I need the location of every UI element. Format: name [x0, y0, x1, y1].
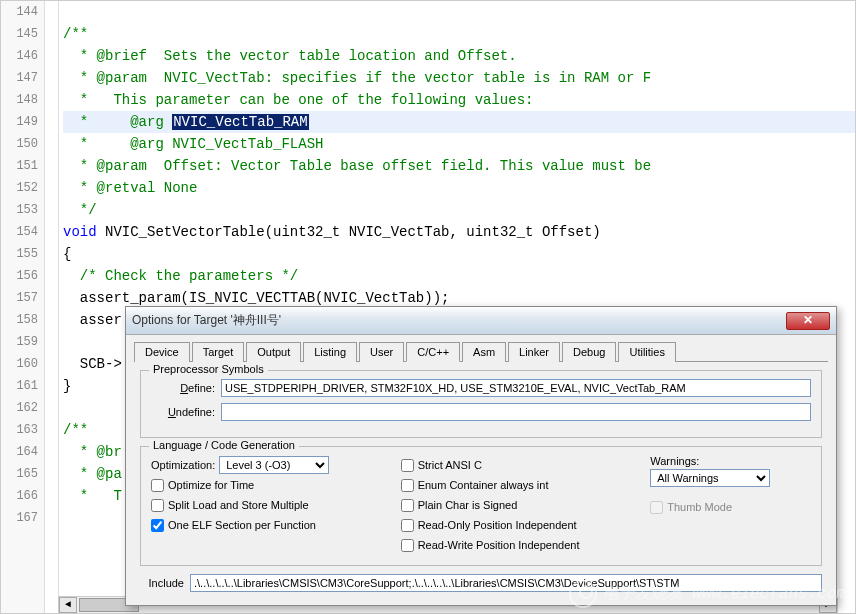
split-load-label: Split Load and Store Multiple: [168, 499, 309, 511]
define-label: Define:: [151, 382, 221, 394]
warnings-select[interactable]: All Warnings: [650, 469, 770, 487]
dialog-title: Options for Target '神舟III号': [132, 312, 786, 329]
tab-cc[interactable]: C/C++: [406, 342, 460, 362]
scroll-left-button[interactable]: ◄: [59, 597, 77, 613]
plain-char-label: Plain Char is Signed: [418, 499, 518, 511]
thumb-mode-label: Thumb Mode: [667, 501, 732, 513]
group-title: Preprocessor Symbols: [149, 363, 268, 375]
close-button[interactable]: ✕: [786, 312, 830, 330]
define-input[interactable]: [221, 379, 811, 397]
warnings-label: Warnings:: [650, 455, 811, 467]
optimize-time-checkbox[interactable]: [151, 479, 164, 492]
optimization-select[interactable]: Level 3 (-O3): [219, 456, 329, 474]
language-group: Language / Code Generation Optimization:…: [140, 446, 822, 566]
optimization-label: Optimization:: [151, 459, 215, 471]
tab-listing[interactable]: Listing: [303, 342, 357, 362]
one-elf-label: One ELF Section per Function: [168, 519, 316, 531]
enum-int-checkbox[interactable]: [401, 479, 414, 492]
tab-debug[interactable]: Debug: [562, 342, 616, 362]
plain-char-checkbox[interactable]: [401, 499, 414, 512]
undefine-input[interactable]: [221, 403, 811, 421]
tab-output[interactable]: Output: [246, 342, 301, 362]
tab-panel-ccpp: Preprocessor Symbols Define: Undefine: L…: [126, 362, 836, 606]
line-number-gutter: 1441451461471481491501511521531541551561…: [1, 1, 45, 613]
tab-utilities[interactable]: Utilities: [618, 342, 675, 362]
fold-bar: [45, 1, 59, 613]
enum-int-label: Enum Container always int: [418, 479, 549, 491]
strict-ansi-checkbox[interactable]: [401, 459, 414, 472]
group-title: Language / Code Generation: [149, 439, 299, 451]
preprocessor-group: Preprocessor Symbols Define: Undefine:: [140, 370, 822, 438]
rw-pi-label: Read-Write Position Independent: [418, 539, 580, 551]
tab-user[interactable]: User: [359, 342, 404, 362]
ro-pi-label: Read-Only Position Independent: [418, 519, 577, 531]
optimize-time-label: Optimize for Time: [168, 479, 254, 491]
undefine-label: Undefine:: [151, 406, 221, 418]
dialog-titlebar[interactable]: Options for Target '神舟III号' ✕: [126, 307, 836, 335]
thumb-mode-checkbox: [650, 501, 663, 514]
include-input[interactable]: [190, 574, 822, 592]
strict-ansi-label: Strict ANSI C: [418, 459, 482, 471]
tab-target[interactable]: Target: [192, 342, 245, 362]
ro-pi-checkbox[interactable]: [401, 519, 414, 532]
split-load-checkbox[interactable]: [151, 499, 164, 512]
rw-pi-checkbox[interactable]: [401, 539, 414, 552]
tab-asm[interactable]: Asm: [462, 342, 506, 362]
options-dialog: Options for Target '神舟III号' ✕ DeviceTarg…: [125, 306, 837, 606]
one-elf-checkbox[interactable]: [151, 519, 164, 532]
include-label: Include: [140, 577, 190, 589]
tab-linker[interactable]: Linker: [508, 342, 560, 362]
dialog-tabs: DeviceTargetOutputListingUserC/C++AsmLin…: [134, 341, 828, 362]
tab-device[interactable]: Device: [134, 342, 190, 362]
